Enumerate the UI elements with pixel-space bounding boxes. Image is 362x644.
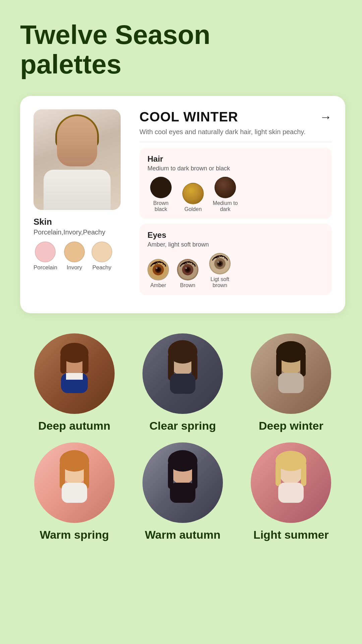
light-summer-label: Light summer	[253, 528, 329, 541]
deep-autumn-label: Deep autumn	[38, 419, 110, 432]
arrow-icon[interactable]: →	[320, 110, 332, 124]
portrait-deep-autumn[interactable]: Deep autumn	[34, 333, 115, 432]
svg-point-14	[218, 261, 220, 263]
portrait-light-summer[interactable]: Light summer	[251, 442, 331, 541]
season-card: Skin Porcelain,Invory,Peachy Porcelain I…	[20, 96, 345, 313]
svg-rect-33	[278, 373, 304, 393]
card-right: COOL WINTER → With cool eyes and natural…	[139, 109, 332, 300]
svg-point-9	[185, 267, 187, 269]
page-title: Twelve Season palettes	[20, 20, 345, 79]
skin-swatches: Porcelain Invory Peachy	[34, 241, 112, 271]
svg-rect-45	[170, 483, 195, 503]
hair-swatch-brown-black: Brown black	[147, 177, 174, 212]
svg-rect-49	[276, 463, 281, 486]
hair-swatch-golden: Golden	[182, 183, 204, 212]
hair-swatches: Brown black Golden Medium to dark	[147, 177, 324, 212]
eye-swatch-brown: Brown	[177, 259, 198, 288]
hair-swatch-medium-dark: Medium to dark	[212, 177, 239, 212]
svg-rect-50	[301, 463, 306, 486]
svg-point-4	[156, 267, 158, 269]
swatch-peachy: Peachy	[92, 241, 112, 271]
portrait-container	[34, 109, 121, 210]
eye-swatch-light-soft-brown: Ligt soft brown	[206, 253, 233, 288]
deep-winter-label: Deep winter	[259, 419, 323, 432]
eyes-subtitle: Amber, light soft brown	[147, 241, 324, 248]
eye-swatch-amber: Amber	[147, 259, 169, 288]
svg-rect-27	[170, 374, 195, 394]
warm-spring-label: Warm spring	[40, 528, 109, 541]
portrait-warm-autumn[interactable]: Warm autumn	[142, 442, 223, 541]
clear-spring-label: Clear spring	[149, 419, 216, 432]
portrait-clear-spring[interactable]: Clear spring	[142, 333, 223, 432]
hair-title: Hair	[147, 154, 324, 164]
svg-rect-18	[60, 354, 66, 374]
portrait-warm-spring[interactable]: Warm spring	[34, 442, 115, 541]
season-description: With cool eyes and naturally dark hair, …	[139, 127, 332, 137]
svg-rect-51	[278, 483, 304, 503]
svg-rect-19	[82, 354, 88, 374]
divider	[139, 142, 332, 142]
portraits-row-2: Warm spring Warm autumn	[20, 442, 345, 541]
eyes-swatches: Amber	[147, 253, 324, 288]
season-title: COOL WINTER	[139, 109, 238, 124]
card-left: Skin Porcelain,Invory,Peachy Porcelain I…	[34, 109, 127, 300]
swatch-porcelain: Porcelain	[34, 241, 57, 271]
hair-trait-card: Hair Medium to dark brown or black Brown…	[139, 148, 332, 219]
eyes-trait-card: Eyes Amber, light soft brown	[139, 224, 332, 295]
season-header: COOL WINTER →	[139, 109, 332, 124]
portrait-deep-winter[interactable]: Deep winter	[251, 333, 331, 432]
skin-label: Skin	[34, 217, 52, 227]
skin-sub: Porcelain,Invory,Peachy	[34, 228, 105, 236]
portraits-row-1: Deep autumn Clear spring	[20, 333, 345, 432]
svg-rect-31	[276, 353, 282, 376]
svg-rect-32	[300, 353, 306, 376]
hair-subtitle: Medium to dark brown or black	[147, 165, 324, 172]
eyes-title: Eyes	[147, 230, 324, 240]
svg-rect-39	[62, 483, 87, 503]
swatch-invory: Invory	[64, 241, 85, 271]
svg-rect-21	[66, 373, 83, 380]
warm-autumn-label: Warm autumn	[145, 528, 220, 541]
